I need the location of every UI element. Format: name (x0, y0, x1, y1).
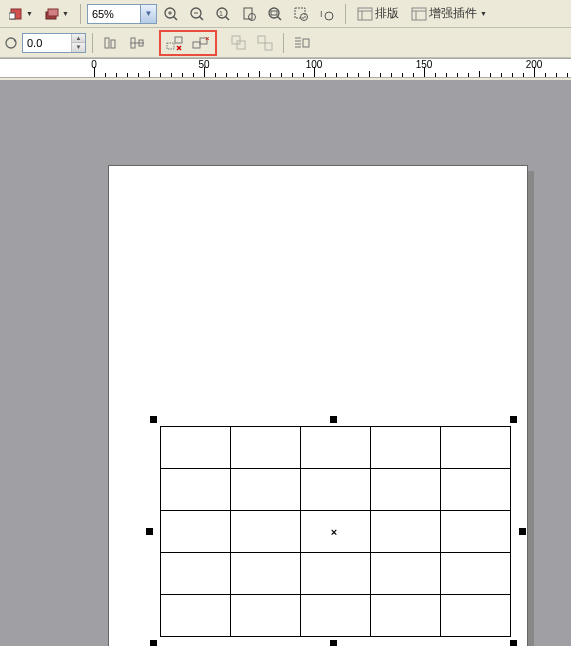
separator (80, 4, 81, 24)
separator (345, 4, 346, 24)
spinner-down-icon[interactable]: ▼ (72, 43, 85, 52)
table-cell[interactable] (231, 595, 301, 637)
selection-center-mark: × (331, 526, 337, 538)
svg-point-20 (300, 13, 307, 20)
svg-line-9 (199, 16, 203, 20)
table-cell[interactable] (161, 427, 231, 469)
svg-rect-50 (303, 39, 309, 47)
selection-handle-nw[interactable] (150, 416, 157, 423)
table-cell[interactable] (371, 553, 441, 595)
zoom-actual-button[interactable]: 1 (211, 3, 235, 25)
svg-line-12 (225, 16, 229, 20)
svg-text:×: × (205, 35, 210, 43)
zoom-out-button[interactable] (185, 3, 209, 25)
table-cell[interactable] (441, 595, 511, 637)
enhance-plugin-button[interactable]: 增强插件 ▼ (406, 3, 492, 25)
toolbar-primary: ▼ ▼ 65% ▼ 1 I 排版 增强插件 ▼ (0, 0, 571, 28)
svg-rect-43 (237, 41, 245, 49)
table-cell[interactable] (161, 469, 231, 511)
table-cell[interactable] (371, 595, 441, 637)
chevron-down-icon: ▼ (62, 10, 69, 17)
svg-point-22 (325, 12, 333, 20)
spinner-up-icon[interactable]: ▲ (72, 34, 85, 44)
svg-rect-39 (193, 42, 200, 48)
insert-object-button[interactable]: ▼ (4, 3, 38, 25)
zoom-text-button[interactable]: I (315, 3, 339, 25)
separator (92, 33, 93, 53)
svg-rect-23 (358, 8, 372, 20)
svg-rect-26 (412, 8, 426, 20)
table-cell[interactable] (371, 469, 441, 511)
selection-handle-s[interactable] (330, 640, 337, 646)
selection-handle-n[interactable] (330, 416, 337, 423)
svg-rect-3 (48, 9, 58, 16)
chevron-down-icon: ▼ (480, 10, 487, 17)
table-cell[interactable] (231, 427, 301, 469)
svg-line-5 (173, 16, 177, 20)
table-cell[interactable] (231, 469, 301, 511)
zoom-fit-width-button[interactable] (263, 3, 287, 25)
chevron-down-icon: ▼ (26, 10, 33, 17)
table-cell[interactable] (231, 511, 301, 553)
svg-rect-18 (271, 11, 277, 15)
table-cell[interactable] (441, 469, 511, 511)
zoom-in-button[interactable] (159, 3, 183, 25)
svg-rect-36 (175, 37, 182, 43)
align-left-button[interactable] (99, 32, 123, 54)
selection-handle-w[interactable] (146, 528, 153, 535)
svg-rect-19 (295, 8, 305, 18)
svg-text:1: 1 (219, 10, 223, 17)
table-cell[interactable] (161, 595, 231, 637)
horizontal-ruler: 050100150200 (0, 58, 571, 78)
table-cell[interactable] (301, 427, 371, 469)
zoom-level-select[interactable]: 65% ▼ (87, 4, 157, 24)
typesetting-button[interactable]: 排版 (352, 3, 404, 25)
table-cell[interactable] (161, 553, 231, 595)
highlighted-tool-group: × (159, 30, 217, 56)
svg-rect-44 (258, 36, 265, 43)
selection-handle-sw[interactable] (150, 640, 157, 646)
zoom-value[interactable]: 65% (88, 5, 140, 23)
break-link-button[interactable]: × (189, 32, 213, 54)
rotation-value[interactable]: 0.0 (23, 34, 71, 52)
svg-rect-1 (9, 13, 15, 19)
toolbar-secondary: 0.0 ▲ ▼ × (0, 28, 571, 58)
zoom-fit-page-button[interactable] (237, 3, 261, 25)
rotation-input[interactable]: 0.0 ▲ ▼ (22, 33, 86, 53)
text-flow-button[interactable] (290, 32, 314, 54)
table-cell[interactable] (371, 511, 441, 553)
ungroup-button[interactable] (253, 32, 277, 54)
zoom-selection-button[interactable] (289, 3, 313, 25)
selection-handle-e[interactable] (519, 528, 526, 535)
table-cell[interactable] (301, 553, 371, 595)
table-cell[interactable] (441, 427, 511, 469)
rotation-icon (4, 36, 18, 50)
table-cell[interactable] (441, 511, 511, 553)
svg-rect-30 (105, 38, 109, 48)
separator (283, 33, 284, 53)
typesetting-label: 排版 (375, 5, 399, 22)
align-center-button[interactable] (125, 32, 149, 54)
spinner-buttons[interactable]: ▲ ▼ (71, 34, 85, 52)
group-button[interactable] (227, 32, 251, 54)
table-cell[interactable] (301, 469, 371, 511)
selection-handle-se[interactable] (510, 640, 517, 646)
table-cell[interactable] (161, 511, 231, 553)
table-cell[interactable] (441, 553, 511, 595)
svg-line-17 (277, 16, 281, 20)
canvas-area[interactable]: × (0, 80, 571, 646)
svg-rect-42 (232, 36, 240, 44)
enhance-plugin-label: 增强插件 (429, 5, 477, 22)
chevron-down-icon[interactable]: ▼ (140, 5, 156, 23)
table-cell[interactable] (231, 553, 301, 595)
selection-handle-ne[interactable] (510, 416, 517, 423)
unlink-frame-button[interactable] (163, 32, 187, 54)
svg-rect-45 (265, 43, 272, 50)
svg-rect-31 (111, 40, 115, 48)
table-cell[interactable] (301, 595, 371, 637)
svg-rect-35 (167, 43, 174, 49)
svg-text:I: I (320, 9, 323, 19)
layer-button[interactable]: ▼ (40, 3, 74, 25)
table-cell[interactable] (371, 427, 441, 469)
